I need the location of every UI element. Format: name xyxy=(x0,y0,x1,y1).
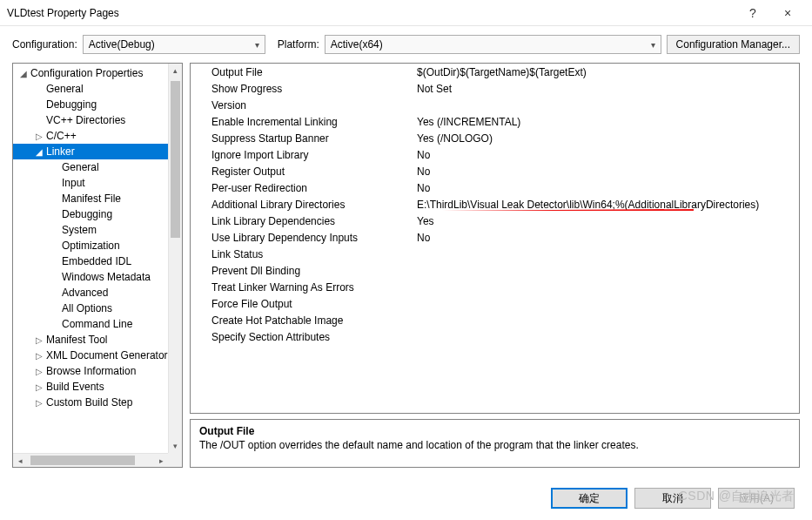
property-value[interactable]: No xyxy=(417,182,799,194)
tree-item-label: Debugging xyxy=(60,208,112,220)
property-value[interactable]: No xyxy=(417,149,799,161)
tree-item-label: Input xyxy=(60,177,85,189)
caret-right-icon: ▷ xyxy=(34,335,44,345)
configuration-select[interactable]: Active(Debug) ▾ xyxy=(83,35,265,54)
property-value[interactable]: Yes xyxy=(417,215,799,227)
property-value[interactable]: No xyxy=(417,232,799,244)
property-value[interactable]: Yes (/NOLOGO) xyxy=(417,132,799,145)
property-row[interactable]: Per-user RedirectionNo xyxy=(191,179,799,196)
tree-item[interactable]: ▷Browse Information xyxy=(13,363,182,379)
tree-item[interactable]: Windows Metadata xyxy=(13,269,182,285)
tree-item[interactable]: ◢Configuration Properties xyxy=(13,65,182,81)
tree-item-label: Command Line xyxy=(60,318,132,330)
property-row[interactable]: Ignore Import LibraryNo xyxy=(191,146,799,163)
configuration-manager-button[interactable]: Configuration Manager... xyxy=(667,35,800,54)
property-name: Treat Linker Warning As Errors xyxy=(191,281,417,294)
tree-item[interactable]: Debugging xyxy=(13,97,182,112)
tree-item-label: General xyxy=(44,83,84,95)
property-name: Create Hot Patchable Image xyxy=(191,314,417,327)
tree-item-label: Manifest Tool xyxy=(44,334,107,346)
scroll-left-icon[interactable]: ◂ xyxy=(13,454,27,467)
chevron-down-icon: ▾ xyxy=(255,40,259,50)
tree-item[interactable]: Advanced xyxy=(13,285,182,301)
tree-item-label: Build Events xyxy=(44,381,104,393)
property-name: Enable Incremental Linking xyxy=(191,116,417,128)
property-name: Link Status xyxy=(191,248,417,260)
tree-item[interactable]: ◢Linker xyxy=(13,144,182,159)
property-value[interactable]: E:\ThirdLib\Visual Leak Detector\lib\Win… xyxy=(417,199,799,211)
cancel-button[interactable]: 取消 xyxy=(634,488,711,509)
property-row[interactable]: Specify Section Attributes xyxy=(191,328,799,345)
tree-item[interactable]: VC++ Directories xyxy=(13,112,182,128)
property-row[interactable]: Enable Incremental LinkingYes (/INCREMEN… xyxy=(191,113,799,130)
tree-item[interactable]: Debugging xyxy=(13,206,182,222)
property-row[interactable]: Treat Linker Warning As Errors xyxy=(191,279,799,295)
tree-item[interactable]: ▷C/C++ xyxy=(13,128,182,144)
property-row[interactable]: Output File$(OutDir)$(TargetName)$(Targe… xyxy=(191,64,799,80)
description-panel: Output File The /OUT option overrides th… xyxy=(190,419,800,468)
tree-item[interactable]: Optimization xyxy=(13,238,182,253)
property-value[interactable]: No xyxy=(417,165,799,178)
scroll-right-icon[interactable]: ▸ xyxy=(154,454,168,467)
property-name: Force File Output xyxy=(191,298,417,310)
scroll-thumb[interactable] xyxy=(30,456,135,465)
property-name: Version xyxy=(191,99,417,111)
tree-item[interactable]: Input xyxy=(13,175,182,191)
platform-select[interactable]: Active(x64) ▾ xyxy=(325,35,661,54)
tree-item[interactable]: General xyxy=(13,159,182,175)
tree-item[interactable]: ▷Build Events xyxy=(13,379,182,395)
tree-item[interactable]: ▷XML Document Generator xyxy=(13,348,182,363)
scroll-up-icon[interactable]: ▴ xyxy=(169,64,182,78)
close-button[interactable]: × xyxy=(770,0,805,26)
chevron-down-icon: ▾ xyxy=(651,40,655,50)
property-row[interactable]: Link Library DependenciesYes xyxy=(191,213,799,229)
tree-item[interactable]: Command Line xyxy=(13,316,182,332)
tree-item[interactable]: ▷Custom Build Step xyxy=(13,395,182,410)
description-title: Output File xyxy=(199,425,790,437)
ok-button[interactable]: 确定 xyxy=(551,488,627,509)
property-value[interactable]: $(OutDir)$(TargetName)$(TargetExt) xyxy=(417,66,799,78)
property-row[interactable]: Create Hot Patchable Image xyxy=(191,312,799,328)
property-row[interactable]: Use Library Dependency InputsNo xyxy=(191,229,799,246)
property-name: Prevent Dll Binding xyxy=(191,265,417,277)
property-value[interactable]: Not Set xyxy=(417,83,799,95)
tree-item[interactable]: Manifest File xyxy=(13,191,182,206)
description-text: The /OUT option overrides the default na… xyxy=(199,439,790,451)
property-row[interactable]: Force File Output xyxy=(191,295,799,312)
property-grid[interactable]: Output File$(OutDir)$(TargetName)$(Targe… xyxy=(190,63,800,414)
tree-item[interactable]: All Options xyxy=(13,301,182,316)
caret-down-icon: ◢ xyxy=(18,69,29,78)
tree-item-label: Browse Information xyxy=(44,365,136,377)
property-row[interactable]: Show ProgressNot Set xyxy=(191,80,799,97)
tree-item[interactable]: General xyxy=(13,81,182,97)
main-area: ◢Configuration PropertiesGeneralDebuggin… xyxy=(0,63,812,476)
tree-item[interactable]: ▷Manifest Tool xyxy=(13,332,182,348)
tree-item[interactable]: Embedded IDL xyxy=(13,253,182,269)
scroll-thumb[interactable] xyxy=(171,81,180,238)
titlebar: VLDtest Property Pages ? × xyxy=(0,0,812,26)
tree-item-label: Advanced xyxy=(60,287,108,299)
tree-hscrollbar[interactable]: ◂ ▸ xyxy=(13,453,168,467)
property-row[interactable]: Suppress Startup BannerYes (/NOLOGO) xyxy=(191,130,799,146)
caret-right-icon: ▷ xyxy=(34,367,44,376)
property-value[interactable]: Yes (/INCREMENTAL) xyxy=(417,116,799,128)
property-row[interactable]: Prevent Dll Binding xyxy=(191,262,799,279)
scroll-down-icon[interactable]: ▾ xyxy=(169,439,182,453)
property-row[interactable]: Register OutputNo xyxy=(191,163,799,179)
property-name: Additional Library Directories xyxy=(191,199,417,211)
property-row[interactable]: Link Status xyxy=(191,246,799,262)
tree-item[interactable]: System xyxy=(13,222,182,238)
property-name: Register Output xyxy=(191,165,417,178)
apply-button[interactable]: 应用(A) xyxy=(718,488,795,509)
tree[interactable]: ◢Configuration PropertiesGeneralDebuggin… xyxy=(13,64,182,467)
property-name: Ignore Import Library xyxy=(191,149,417,161)
tree-item-label: Configuration Properties xyxy=(29,67,143,79)
caret-right-icon: ▷ xyxy=(34,351,44,361)
tree-vscrollbar[interactable]: ▴ ▾ xyxy=(168,64,182,453)
property-row[interactable]: Additional Library DirectoriesE:\ThirdLi… xyxy=(191,196,799,213)
tree-item-label: Custom Build Step xyxy=(44,396,132,409)
right-panel: Output File$(OutDir)$(TargetName)$(Targe… xyxy=(190,63,800,468)
property-row[interactable]: Version xyxy=(191,97,799,113)
caret-down-icon: ◢ xyxy=(34,147,44,157)
help-button[interactable]: ? xyxy=(735,0,770,26)
